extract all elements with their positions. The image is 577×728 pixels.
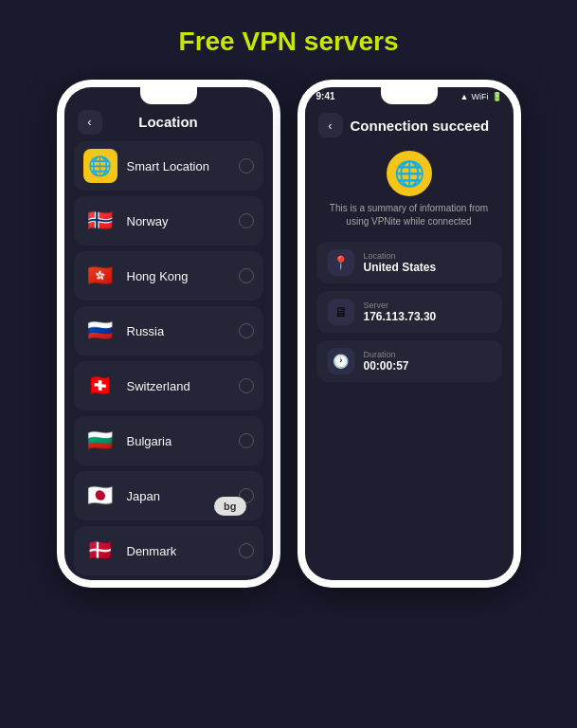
- radio-button[interactable]: [239, 268, 254, 283]
- flag-icon: 🇧🇬: [83, 424, 117, 458]
- flag-icon: 🇷🇺: [83, 314, 117, 348]
- location-name: Denmark: [127, 544, 229, 558]
- card-label: Location: [364, 251, 437, 261]
- location-screen-title: Location: [138, 114, 198, 130]
- location-header: ‹ Location: [64, 104, 273, 137]
- connection-card: 📍LocationUnited States: [316, 242, 502, 283]
- location-item[interactable]: 🇭🇰Hong Kong: [74, 251, 263, 300]
- location-item[interactable]: 🇷🇺Russia: [74, 306, 263, 355]
- connection-title: Connection succeed: [351, 118, 490, 134]
- flag-icon: 🇯🇵: [83, 479, 117, 513]
- globe-icon: 🌐: [387, 151, 432, 196]
- card-icon: 📍: [328, 249, 354, 276]
- location-name: Switzerland: [127, 379, 229, 393]
- card-text: LocationUnited States: [364, 251, 437, 274]
- card-text: Duration00:00:57: [364, 350, 409, 373]
- status-time: 9:41: [316, 91, 335, 101]
- page-title: Free VPN servers: [179, 27, 399, 57]
- location-name: Russia: [127, 324, 229, 338]
- connection-header: ‹ Connection succeed: [305, 103, 514, 143]
- connection-card: 🖥Server176.113.73.30: [316, 291, 502, 333]
- location-item[interactable]: 🇧🇬Bulgaria: [74, 416, 263, 465]
- card-value: 176.113.73.30: [364, 310, 437, 323]
- connection-cards: 📍LocationUnited States🖥Server176.113.73.…: [305, 238, 514, 386]
- location-name: Hong Kong: [127, 269, 229, 283]
- radio-button[interactable]: [239, 433, 254, 448]
- flag-icon: 🇨🇭: [83, 369, 117, 403]
- connection-subtitle: This is a summary of information from us…: [305, 202, 514, 228]
- location-name: Norway: [127, 214, 229, 228]
- connection-card: 🕐Duration00:00:57: [316, 340, 502, 382]
- location-name: Japan: [127, 489, 229, 503]
- card-label: Server: [364, 300, 437, 310]
- radio-button[interactable]: [239, 378, 254, 393]
- location-item[interactable]: 🇳🇴Norway: [74, 196, 263, 246]
- status-icons: ▲ WiFi 🔋: [460, 92, 502, 101]
- notch-right: [381, 87, 438, 104]
- notch-left: [140, 87, 197, 104]
- flag-icon: 🌐: [83, 149, 117, 183]
- location-item[interactable]: 🇨🇭Switzerland: [74, 361, 263, 410]
- card-icon: 🖥: [328, 299, 354, 325]
- tooltip-bubble: bg: [214, 497, 245, 516]
- location-name: Smart Location: [127, 159, 229, 173]
- flag-icon: 🇳🇴: [83, 204, 117, 238]
- card-label: Duration: [364, 350, 409, 359]
- radio-button[interactable]: [239, 323, 254, 338]
- card-icon: 🕐: [328, 348, 354, 374]
- phone-left-screen: ‹ Location 🌐Smart Location🇳🇴Norway🇭🇰Hong…: [64, 87, 273, 580]
- card-value: 00:00:57: [364, 359, 409, 373]
- flag-icon: 🇩🇰: [83, 534, 117, 568]
- globe-container: 🌐: [305, 151, 514, 196]
- back-button-left[interactable]: ‹: [78, 110, 102, 135]
- radio-button[interactable]: [239, 543, 254, 558]
- back-button-right[interactable]: ‹: [318, 113, 343, 137]
- location-name: Bulgaria: [127, 434, 229, 448]
- flag-icon: 🇭🇰: [83, 259, 117, 293]
- phone-right: 9:41 ▲ WiFi 🔋 ‹ Connection succeed 🌐 Thi…: [298, 80, 521, 588]
- location-item[interactable]: 🌐Smart Location: [74, 141, 263, 191]
- location-item[interactable]: 🇩🇰Denmark: [74, 526, 263, 575]
- card-text: Server176.113.73.30: [364, 300, 437, 323]
- radio-button[interactable]: [239, 213, 254, 228]
- phone-left: ‹ Location 🌐Smart Location🇳🇴Norway🇭🇰Hong…: [57, 80, 280, 588]
- phones-container: ‹ Location 🌐Smart Location🇳🇴Norway🇭🇰Hong…: [57, 80, 521, 588]
- card-value: United States: [364, 261, 437, 274]
- radio-button[interactable]: [239, 158, 254, 173]
- phone-right-screen: 9:41 ▲ WiFi 🔋 ‹ Connection succeed 🌐 Thi…: [305, 87, 514, 580]
